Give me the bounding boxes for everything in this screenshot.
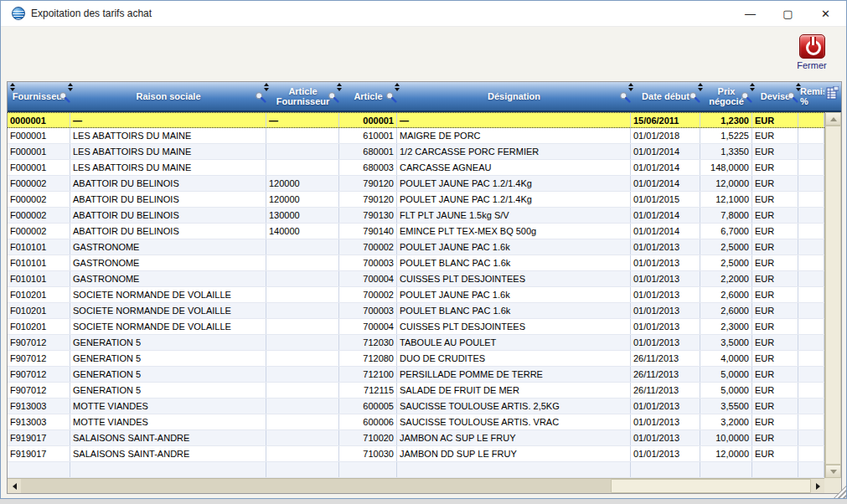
scroll-down-button[interactable]: [825, 465, 841, 478]
arrow-up-icon: [830, 117, 837, 121]
cell-article_fournisseur: [266, 287, 339, 302]
cell-remise: [798, 271, 824, 286]
close-button[interactable]: ✕: [807, 1, 844, 26]
cell-prix_negocie: 7,8000: [700, 208, 752, 223]
filter-icon[interactable]: [689, 91, 700, 103]
table-row[interactable]: F010101GASTRONOME700004CUISSES PLT DESJO…: [8, 271, 824, 287]
maximize-button[interactable]: ▢: [769, 1, 807, 26]
cell-article: 600005: [339, 399, 397, 414]
scroll-right-button[interactable]: [811, 479, 824, 493]
cell-prix_negocie: 3,2000: [700, 414, 752, 429]
table-row[interactable]: F907012GENERATION 5712115SALADE DE FRUIT…: [8, 383, 824, 399]
cell-article_fournisseur: [266, 128, 339, 143]
horizontal-scroll-thumb[interactable]: [611, 479, 811, 493]
table-row[interactable]: F907012GENERATION 5712030TABOULE AU POUL…: [8, 335, 824, 351]
table-row[interactable]: F010201SOCIETE NORMANDE DE VOLAILLE70000…: [8, 319, 824, 335]
cell-raison_sociale: GASTRONOME: [70, 271, 266, 286]
table-row[interactable]: F000002ABATTOIR DU BELINOIS120000790120P…: [8, 192, 824, 208]
cell-designation: CARCASSE AGNEAU: [397, 160, 631, 175]
table-row[interactable]: F010101GASTRONOME700002POULET JAUNE PAC …: [8, 239, 824, 255]
column-header-date_debut[interactable]: Date début: [631, 82, 700, 111]
table-row[interactable]: F000002ABATTOIR DU BELINOIS120000790120P…: [8, 176, 824, 192]
table-menu-icon[interactable]: [826, 86, 839, 100]
cell-prix_negocie: 2,3000: [700, 319, 752, 334]
table-row[interactable]: F010201SOCIETE NORMANDE DE VOLAILLE70000…: [8, 303, 824, 319]
table-row[interactable]: F913003MOTTE VIANDES600005SAUCISSE TOULO…: [8, 399, 824, 414]
cell-raison_sociale: ABATTOIR DU BELINOIS: [70, 192, 266, 207]
power-icon: [799, 34, 825, 59]
minimize-button[interactable]: —: [731, 1, 769, 26]
table-row[interactable]: F000001LES ABATTOIRS DU MAINE680003CARCA…: [8, 160, 824, 176]
table-row[interactable]: F010101GASTRONOME700003POULET BLANC PAC …: [8, 255, 824, 271]
scroll-left-button[interactable]: [8, 479, 21, 493]
cell-prix_negocie: 1,3350: [700, 144, 752, 159]
cell-remise: [798, 430, 824, 445]
scroll-up-button[interactable]: [825, 112, 841, 126]
filter-icon[interactable]: [328, 91, 339, 103]
cell-devise: EUR: [752, 239, 798, 255]
table-row[interactable]: F000001LES ABATTOIRS DU MAINE610001MAIGR…: [8, 128, 824, 144]
cell-raison_sociale: GENERATION 5: [70, 335, 266, 350]
column-label: Désignation: [486, 91, 542, 101]
column-header-article[interactable]: Article: [339, 82, 397, 111]
cell-raison_sociale: SALAISONS SAINT-ANDRE: [70, 430, 266, 445]
table-row[interactable]: F000002ABATTOIR DU BELINOIS140000790140E…: [8, 224, 824, 239]
table-row[interactable]: F000002ABATTOIR DU BELINOIS130000790130F…: [8, 208, 824, 224]
filter-icon[interactable]: [741, 91, 752, 103]
app-icon[interactable]: [12, 7, 25, 20]
column-header-fournisseur[interactable]: Fournisseur: [8, 82, 70, 111]
column-header-devise[interactable]: Devise: [752, 82, 798, 111]
cell-devise: EUR: [752, 113, 798, 127]
desktop: Expoitation des tarifs achat — ▢ ✕ Ferme…: [0, 0, 847, 504]
horizontal-scrollbar[interactable]: [8, 478, 824, 493]
table-row[interactable]: F000001LES ABATTOIRS DU MAINE6800011/2 C…: [8, 144, 824, 160]
cell-prix_negocie: 10,0000: [700, 430, 752, 445]
titlebar[interactable]: Expoitation des tarifs achat — ▢ ✕: [1, 1, 846, 27]
cell-date_debut: 01/01/2014: [631, 176, 700, 191]
cell-article: 790120: [339, 192, 397, 207]
table-row[interactable]: F919017SALAISONS SAINT-ANDRE710030JAMBON…: [8, 446, 824, 462]
cell-article: 790120: [339, 176, 397, 191]
cell-devise: EUR: [752, 446, 798, 461]
fermer-button[interactable]: Fermer: [790, 34, 834, 70]
cell-fournisseur: F907012: [8, 351, 70, 366]
filter-icon[interactable]: [787, 91, 798, 103]
cell-prix_negocie: 12,0000: [700, 446, 752, 461]
cell-empty: [798, 462, 824, 477]
table-row[interactable]: F919017SALAISONS SAINT-ANDRE710020JAMBON…: [8, 430, 824, 446]
column-header-article_fournisseur[interactable]: Article Fournisseur: [266, 82, 339, 111]
scrollbar-corner: [824, 478, 841, 493]
table-row[interactable]: F010201SOCIETE NORMANDE DE VOLAILLE70000…: [8, 287, 824, 303]
vertical-scrollbar[interactable]: [824, 112, 841, 478]
table-body: 0000001——000001—15/06/20111,2300EURF0000…: [8, 112, 824, 478]
table-row[interactable]: F913003MOTTE VIANDES600006SAUCISSE TOULO…: [8, 414, 824, 430]
table-row[interactable]: F907012GENERATION 5712100PERSILLADE POMM…: [8, 367, 824, 383]
cell-fournisseur: F907012: [8, 367, 70, 382]
cell-devise: EUR: [752, 399, 798, 414]
filter-icon[interactable]: [59, 91, 70, 103]
cell-date_debut: 01/01/2013: [631, 287, 700, 302]
column-header-prix_negocie[interactable]: Prix négocié: [700, 82, 752, 111]
vertical-scroll-thumb[interactable]: [825, 126, 841, 465]
column-header-raison_sociale[interactable]: Raison sociale: [70, 82, 266, 111]
filter-icon[interactable]: [385, 91, 397, 103]
column-header-remise[interactable]: Remise %: [798, 82, 824, 111]
cell-prix_negocie: 1,5225: [700, 128, 752, 143]
cell-remise: [798, 303, 824, 318]
cell-date_debut: 01/01/2014: [631, 160, 700, 175]
column-label: Raison sociale: [134, 91, 202, 101]
column-header-designation[interactable]: Désignation: [397, 82, 631, 111]
cell-prix_negocie: 4,0000: [700, 351, 752, 366]
arrow-right-icon: [816, 483, 820, 490]
table-row[interactable]: F907012GENERATION 5712080DUO DE CRUDITES…: [8, 351, 824, 367]
sort-arrows-icon: [628, 83, 634, 91]
filter-icon[interactable]: [255, 91, 266, 103]
cell-devise: EUR: [752, 160, 798, 175]
table-row[interactable]: 0000001——000001—15/06/20111,2300EUR: [8, 112, 824, 128]
cell-article_fournisseur: [266, 430, 339, 445]
cell-remise: [798, 255, 824, 270]
filter-icon[interactable]: [619, 91, 631, 103]
cell-prix_negocie: 2,5000: [700, 255, 752, 270]
cell-remise: [798, 239, 824, 255]
cell-date_debut: 01/01/2014: [631, 224, 700, 239]
